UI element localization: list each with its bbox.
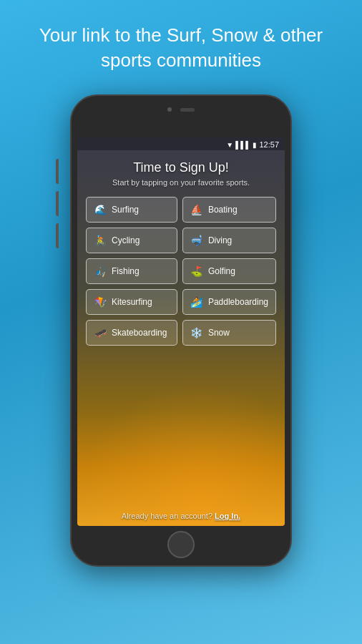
boating-icon: ⛵ [190, 204, 203, 215]
speaker [180, 108, 195, 112]
status-icons: ▼ ▌▌▌ ▮ 12:57 [226, 140, 279, 149]
wifi-icon: ▼ [226, 141, 233, 149]
sport-btn-diving[interactable]: 🤿Diving [182, 228, 276, 253]
snow-label: Snow [208, 328, 230, 338]
diving-icon: 🤿 [190, 235, 203, 246]
sport-btn-boating[interactable]: ⛵Boating [182, 197, 276, 223]
phone-screen: ▼ ▌▌▌ ▮ 12:57 Time to Sign Up! Start by … [77, 137, 285, 526]
paddleboarding-label: Paddleboarding [208, 297, 268, 307]
kitesurfing-icon: 🪁 [94, 296, 107, 308]
volume-down-button [56, 191, 59, 216]
already-account-text: Already have an account? Log In. [122, 512, 240, 520]
camera-area [167, 107, 195, 112]
snow-icon: ❄️ [190, 327, 203, 338]
status-bar: ▼ ▌▌▌ ▮ 12:57 [77, 137, 285, 150]
screen-title: Time to Sign Up! [133, 160, 228, 175]
sport-btn-fishing[interactable]: 🎣Fishing [86, 258, 177, 284]
screen-subtitle: Start by tapping on your favorite sports… [112, 178, 250, 187]
headline: Your link to the Surf, Snow & other spor… [0, 0, 362, 87]
mute-button [56, 223, 59, 248]
surfing-icon: 🌊 [94, 204, 107, 215]
home-button[interactable] [167, 531, 195, 558]
login-link[interactable]: Log In. [215, 512, 240, 520]
sport-btn-cycling[interactable]: 🚴Cycling [86, 228, 177, 253]
fishing-icon: 🎣 [94, 265, 107, 277]
sports-grid: 🌊Surfing⛵Boating🚴Cycling🤿Diving🎣Fishing⛳… [86, 197, 276, 346]
surfing-label: Surfing [112, 205, 139, 215]
phone-wrapper: ▼ ▌▌▌ ▮ 12:57 Time to Sign Up! Start by … [59, 87, 303, 574]
battery-icon: ▮ [253, 141, 257, 149]
skateboarding-label: Skateboarding [112, 328, 167, 338]
time-display: 12:57 [259, 140, 279, 149]
sport-btn-skateboarding[interactable]: 🛹Skateboarding [86, 320, 177, 346]
kitesurfing-label: Kitesurfing [112, 297, 152, 307]
diving-label: Diving [208, 235, 232, 245]
golfing-icon: ⛳ [190, 265, 203, 277]
cycling-icon: 🚴 [94, 235, 107, 246]
phone-body: ▼ ▌▌▌ ▮ 12:57 Time to Sign Up! Start by … [70, 94, 292, 567]
sport-btn-kitesurfing[interactable]: 🪁Kitesurfing [86, 289, 177, 315]
sport-btn-snow[interactable]: ❄️Snow [182, 320, 276, 346]
sport-btn-golfing[interactable]: ⛳Golfing [182, 258, 276, 284]
cycling-label: Cycling [112, 235, 140, 245]
fishing-label: Fishing [112, 266, 140, 276]
camera-dot [167, 107, 172, 112]
skateboarding-icon: 🛹 [94, 327, 107, 338]
golfing-label: Golfing [208, 266, 235, 276]
paddleboarding-icon: 🏄 [190, 296, 203, 308]
signal-icon: ▌▌▌ [235, 141, 250, 149]
screen-content: Time to Sign Up! Start by tapping on you… [77, 150, 285, 503]
volume-up-button [56, 159, 59, 184]
sport-btn-paddleboarding[interactable]: 🏄Paddleboarding [182, 289, 276, 315]
phone-bottom: Already have an account? Log In. [77, 503, 285, 526]
phone-top [72, 96, 290, 137]
boating-label: Boating [208, 205, 238, 215]
sport-btn-surfing[interactable]: 🌊Surfing [86, 197, 177, 223]
